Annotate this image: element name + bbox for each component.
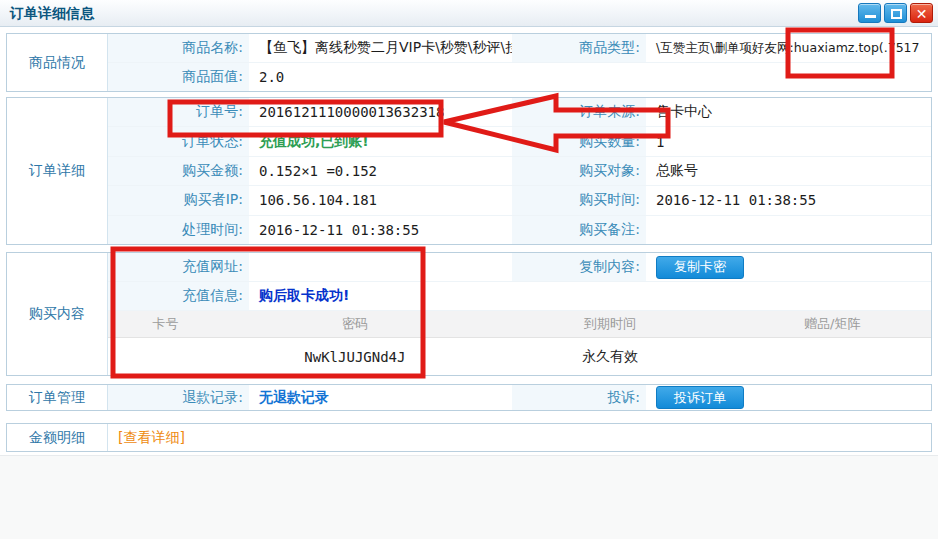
order-no-label: 订单号: xyxy=(108,98,249,126)
row-product-name: 商品名称: 【鱼飞】离线秒赞二月VIP卡\秒赞\秒评\挂排 商品类型: \互赞主… xyxy=(108,34,931,63)
order-target-label: 购买对象: xyxy=(512,157,646,185)
close-icon: ✕ xyxy=(911,5,932,23)
close-button[interactable]: ✕ xyxy=(910,3,933,23)
order-source-value: 售卡中心 xyxy=(646,98,931,126)
section-order-label: 订单详细 xyxy=(7,98,108,244)
product-name-value: 【鱼飞】离线秒赞二月VIP卡\秒赞\秒评\挂排 xyxy=(249,34,512,62)
minimize-icon xyxy=(865,15,876,18)
maximize-button[interactable] xyxy=(884,3,907,23)
row-product-face: 商品面值: 2.0 xyxy=(108,63,931,91)
minimize-button[interactable] xyxy=(858,3,881,23)
order-source-label: 订单来源: xyxy=(512,98,646,126)
row-order-status: 订单状态: 充值成功,已到账! 购买数量: 1 xyxy=(108,127,931,156)
window-controls: ✕ xyxy=(858,3,933,23)
order-ip-value: 106.56.104.181 xyxy=(249,186,512,214)
card-table-header-password: 密码 xyxy=(223,315,486,333)
refund-label: 退款记录: xyxy=(108,385,249,410)
dialog-titlebar: 订单详细信息 ✕ xyxy=(0,0,938,27)
section-content-label: 购买内容 xyxy=(7,253,108,375)
recharge-info-value: 购后取卡成功! xyxy=(249,282,931,310)
order-no-value: 2016121110000013632318 xyxy=(249,98,512,126)
section-product: 商品情况 商品名称: 【鱼飞】离线秒赞二月VIP卡\秒赞\秒评\挂排 商品类型:… xyxy=(6,33,932,92)
row-amount-detail: [查看详细] xyxy=(108,424,931,451)
order-remark-value xyxy=(646,216,931,244)
section-order: 订单详细 订单号: 2016121110000013632318 订单来源: 售… xyxy=(6,97,932,245)
bottom-background xyxy=(0,455,938,539)
card-table-row: NwKlJUJGNd4J 永久有效 xyxy=(108,338,931,375)
section-product-label: 商品情况 xyxy=(7,34,108,91)
card-expiry-value: 永久有效 xyxy=(487,348,734,366)
row-order-no: 订单号: 2016121110000013632318 订单来源: 售卡中心 xyxy=(108,98,931,127)
row-refund: 退款记录: 无退款记录 投诉: 投诉订单 xyxy=(108,385,931,410)
card-table-header-gift: 赠品/矩阵 xyxy=(733,315,931,333)
page-title: 订单详细信息 xyxy=(10,5,94,23)
order-remark-label: 购买备注: xyxy=(512,216,646,244)
order-handletime-label: 处理时间: xyxy=(108,216,249,244)
row-recharge-url: 充值网址: 复制内容: 复制卡密 xyxy=(108,253,931,282)
maximize-icon xyxy=(891,9,902,19)
section-amount: 金额明细 [查看详细] xyxy=(6,423,932,452)
copy-content-label: 复制内容: xyxy=(512,253,646,281)
product-type-label: 商品类型: xyxy=(512,34,646,62)
product-face-label: 商品面值: xyxy=(108,63,249,91)
product-name-label: 商品名称: xyxy=(108,34,249,62)
product-face-value: 2.0 xyxy=(249,63,931,91)
row-order-ip: 购买者IP: 106.56.104.181 购买时间: 2016-12-11 0… xyxy=(108,186,931,215)
card-table-header-expiry: 到期时间 xyxy=(487,315,734,333)
row-order-handletime: 处理时间: 2016-12-11 01:38:55 购买备注: xyxy=(108,216,931,244)
order-handletime-value: 2016-12-11 01:38:55 xyxy=(249,216,512,244)
card-table-header-cardno: 卡号 xyxy=(108,315,223,333)
order-status-value: 充值成功,已到账! xyxy=(249,127,512,155)
order-amount-label: 购买金额: xyxy=(108,157,249,185)
row-recharge-info: 充值信息: 购后取卡成功! xyxy=(108,282,931,311)
section-amount-label: 金额明细 xyxy=(7,424,108,451)
view-detail-link[interactable]: [查看详细] xyxy=(118,429,185,447)
row-order-amount: 购买金额: 0.152×1 =0.152 购买对象: 总账号 xyxy=(108,157,931,186)
order-ip-label: 购买者IP: xyxy=(108,186,249,214)
recharge-info-label: 充值信息: xyxy=(108,282,249,310)
product-type-value: \互赞主页\删单项好友网:huaxiamz.top(.7517 xyxy=(646,34,931,62)
card-password-value: NwKlJUJGNd4J xyxy=(223,349,486,365)
order-qty-label: 购买数量: xyxy=(512,127,646,155)
recharge-url-label: 充值网址: xyxy=(108,253,249,281)
refund-value: 无退款记录 xyxy=(249,385,512,410)
copy-card-secret-button[interactable]: 复制卡密 xyxy=(656,256,744,279)
order-buytime-value: 2016-12-11 01:38:55 xyxy=(646,186,931,214)
order-status-label: 订单状态: xyxy=(108,127,249,155)
order-buytime-label: 购买时间: xyxy=(512,186,646,214)
complaint-label: 投诉: xyxy=(512,385,646,410)
complain-order-button[interactable]: 投诉订单 xyxy=(656,386,744,409)
card-table-header: 卡号 密码 到期时间 赠品/矩阵 xyxy=(108,311,931,338)
order-qty-value: 1 xyxy=(646,127,931,155)
order-target-value: 总账号 xyxy=(646,157,931,185)
section-content: 购买内容 充值网址: 复制内容: 复制卡密 充值信息: 购后取卡成功! 卡号 密… xyxy=(6,252,932,376)
section-manage-label: 订单管理 xyxy=(7,385,108,410)
order-amount-value: 0.152×1 =0.152 xyxy=(249,157,512,185)
section-manage: 订单管理 退款记录: 无退款记录 投诉: 投诉订单 xyxy=(6,384,932,411)
recharge-url-value xyxy=(249,253,512,281)
